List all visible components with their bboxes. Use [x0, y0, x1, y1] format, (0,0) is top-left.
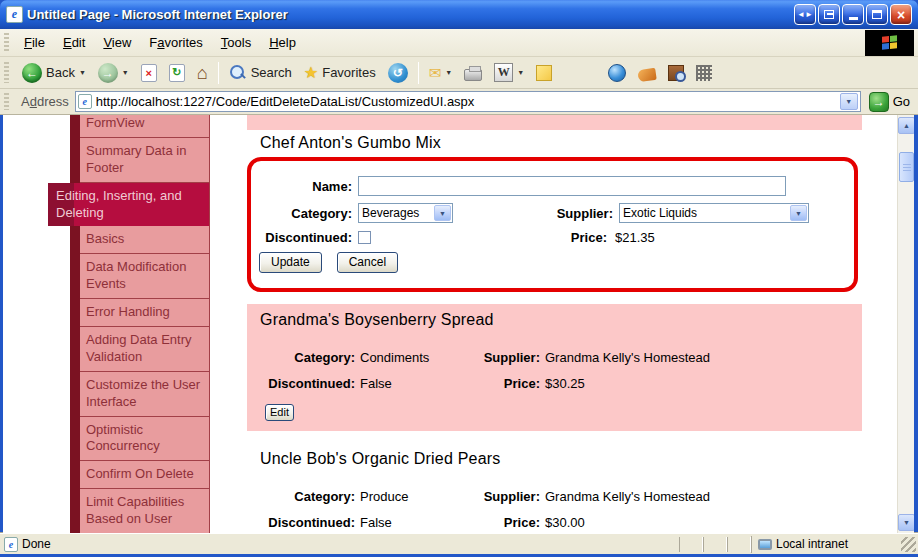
- print-button[interactable]: [459, 63, 487, 83]
- discontinued-label: Discontinued:: [247, 515, 355, 530]
- sidebar-accent-strip: [70, 115, 80, 533]
- mail-icon: ✉: [429, 64, 442, 82]
- menu-grip[interactable]: [4, 33, 9, 52]
- discontinued-value: False: [360, 515, 480, 530]
- supplier-select[interactable]: Exotic Liquids ▼: [619, 203, 809, 223]
- sidebar-item-limit-capabilities[interactable]: Limit Capabilities Based on User: [80, 489, 210, 533]
- quickcode-icon: [696, 65, 712, 81]
- discontinued-value: False: [360, 376, 480, 391]
- quickcode-button[interactable]: [691, 63, 717, 83]
- restore-pair-button[interactable]: ◄►: [794, 4, 816, 25]
- discontinued-label: Discontinued:: [247, 376, 355, 391]
- scroll-up-button[interactable]: ▲: [898, 117, 914, 134]
- menu-help[interactable]: Help: [260, 31, 305, 54]
- pop-out-button[interactable]: [818, 4, 840, 25]
- page-viewport: FormView Summary Data in Footer Editing,…: [3, 115, 914, 533]
- address-label: Address: [19, 94, 71, 109]
- notes-button[interactable]: [531, 63, 557, 83]
- address-field[interactable]: e http://localhost:1227/Code/EditDeleteD…: [75, 91, 861, 112]
- windows-brand-logo: [865, 30, 914, 56]
- menu-bar: File Edit View Favorites Tools Help: [0, 29, 918, 57]
- close-button[interactable]: ×: [890, 4, 912, 25]
- print-icon: [464, 69, 482, 81]
- mail-dropdown-icon[interactable]: ▼: [445, 69, 452, 76]
- standard-toolbar: ← Back ▼ → ▼ × ↻ ⌂ Search ★ Favorites ↺ …: [0, 57, 918, 89]
- category-select[interactable]: Beverages ▼: [358, 203, 453, 223]
- address-bar: Address e http://localhost:1227/Code/Edi…: [0, 89, 918, 115]
- main-content: Chef Anton's Gumbo Mix Name: Category: B…: [247, 115, 862, 533]
- edit-button[interactable]: Edit: [265, 404, 294, 421]
- menu-tools[interactable]: Tools: [212, 31, 260, 54]
- menu-file[interactable]: File: [15, 31, 54, 54]
- cancel-button[interactable]: Cancel: [337, 252, 398, 273]
- mail-button[interactable]: ✉ ▼: [424, 62, 458, 84]
- sidebar-item-editing-inserting-deleting[interactable]: Editing, Inserting, and Deleting: [48, 183, 210, 227]
- sidebar-item-data-modification-events[interactable]: Data Modification Events: [80, 254, 210, 299]
- sidebar-item-summary-data-in-footer[interactable]: Summary Data in Footer: [80, 138, 210, 183]
- chevron-down-icon[interactable]: ▼: [790, 205, 807, 221]
- update-button[interactable]: Update: [259, 252, 322, 273]
- sidebar-item-confirm-on-delete[interactable]: Confirm On Delete: [80, 461, 210, 489]
- price-value: $30.00: [545, 515, 585, 530]
- menu-edit[interactable]: Edit: [54, 31, 94, 54]
- page-icon: e: [78, 94, 92, 109]
- toolbar-grip[interactable]: [4, 62, 9, 84]
- sidebar-item-formview[interactable]: FormView: [80, 115, 210, 138]
- pop-out-icon: [824, 10, 834, 19]
- product-section-grandmas: Grandma's Boysenberry Spread Category: C…: [247, 304, 862, 431]
- discontinued-checkbox[interactable]: [358, 231, 371, 244]
- scrollbar-thumb[interactable]: [899, 152, 914, 182]
- url-text[interactable]: http://localhost:1227/Code/EditDeleteDat…: [96, 94, 836, 109]
- status-bar: e Done Local intranet: [0, 533, 918, 554]
- intranet-zone-icon: [758, 539, 772, 550]
- address-dropdown-button[interactable]: ▼: [840, 93, 858, 110]
- favorites-star-icon: ★: [304, 63, 318, 82]
- history-button[interactable]: ↺: [383, 61, 413, 85]
- sidebar-item-basics[interactable]: Basics: [80, 226, 210, 254]
- price-label: Price:: [480, 515, 540, 530]
- address-grip[interactable]: [4, 93, 9, 111]
- messenger-icon: [608, 64, 626, 82]
- search-button[interactable]: Search: [224, 62, 297, 84]
- research-button[interactable]: [663, 63, 689, 83]
- back-dropdown-icon[interactable]: ▼: [79, 69, 86, 76]
- word-dropdown-icon[interactable]: ▼: [517, 69, 524, 76]
- sidebar-item-adding-data-entry-validation[interactable]: Adding Data Entry Validation: [80, 327, 210, 372]
- go-button[interactable]: → Go: [865, 92, 914, 112]
- sidebar-item-customize-the-user-interface[interactable]: Customize the User Interface: [80, 372, 210, 417]
- resize-grip[interactable]: [901, 537, 916, 552]
- addon-button[interactable]: [633, 63, 661, 83]
- edit-with-word-button[interactable]: W ▼: [489, 61, 529, 84]
- sidebar-item-optimistic-concurrency[interactable]: Optimistic Concurrency: [80, 417, 210, 462]
- status-pane: [679, 537, 703, 552]
- forward-dropdown-icon[interactable]: ▼: [122, 69, 129, 76]
- home-icon: ⌂: [197, 64, 208, 82]
- favorites-button[interactable]: ★ Favorites: [299, 61, 381, 84]
- product-title: Uncle Bob's Organic Dried Pears: [260, 450, 862, 468]
- minimize-button[interactable]: [842, 4, 864, 25]
- sidebar-item-error-handling[interactable]: Error Handling: [80, 299, 210, 327]
- history-icon: ↺: [388, 63, 408, 83]
- forward-button[interactable]: → ▼: [93, 61, 134, 85]
- stop-button[interactable]: ×: [136, 62, 162, 84]
- scroll-down-button[interactable]: ▼: [898, 514, 914, 531]
- status-text: Done: [22, 537, 51, 551]
- product-section-uncle-bobs: Uncle Bob's Organic Dried Pears Category…: [247, 443, 862, 533]
- status-pane: [703, 537, 727, 552]
- vertical-scrollbar[interactable]: ▲ ▼: [897, 115, 914, 533]
- name-label: Name:: [259, 179, 352, 194]
- supplier-value: Grandma Kelly's Homestead: [545, 350, 710, 365]
- chevron-down-icon[interactable]: ▼: [434, 205, 451, 221]
- refresh-button[interactable]: ↻: [164, 62, 190, 84]
- status-pane: [727, 537, 751, 552]
- toolbar-separator: [418, 62, 419, 84]
- home-button[interactable]: ⌂: [192, 62, 213, 84]
- menu-view[interactable]: View: [94, 31, 140, 54]
- maximize-button[interactable]: [866, 4, 888, 25]
- messenger-button[interactable]: [603, 62, 631, 84]
- back-button[interactable]: ← Back ▼: [17, 61, 91, 85]
- back-icon: ←: [22, 63, 42, 83]
- name-input[interactable]: [358, 176, 786, 196]
- menu-favorites[interactable]: Favorites: [140, 31, 211, 54]
- title-bar: e Untitled Page - Microsoft Internet Exp…: [0, 0, 918, 29]
